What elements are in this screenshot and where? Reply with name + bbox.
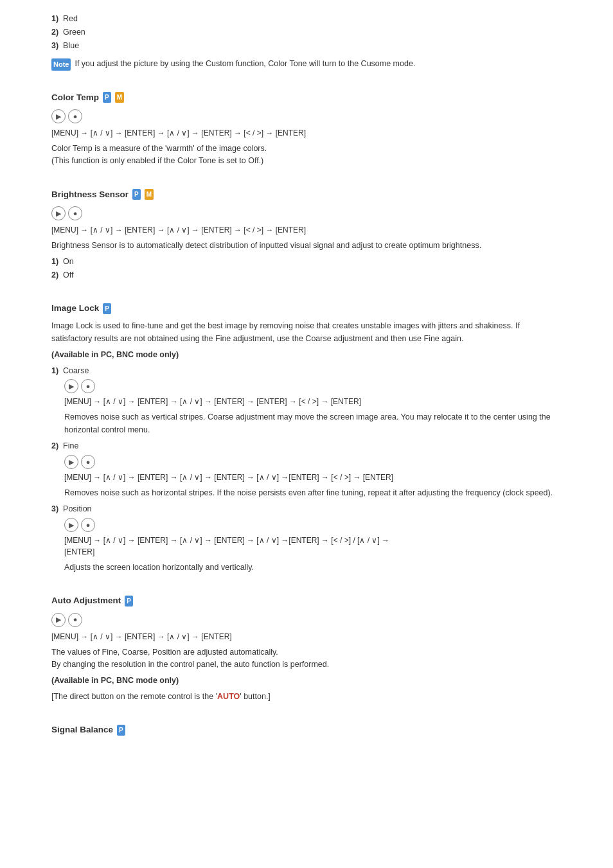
auto-adjustment-icons: ▶ ● <box>51 613 562 627</box>
icon-play-position: ▶ <box>64 518 78 532</box>
position-label: 3) Position <box>51 503 562 515</box>
auto-adjustment-nav: [MENU] → [∧ / ∨] → [ENTER] → [∧ / ∨] → [… <box>51 631 562 642</box>
position-desc: Adjusts the screen location horizontally… <box>64 562 562 574</box>
fine-nav: [MENU] → [∧ / ∨] → [ENTER] → [∧ / ∨] → [… <box>64 472 562 483</box>
image-lock-section: Image Lock P Image Lock is used to fine-… <box>51 302 562 574</box>
list-item-blue: 3) Blue <box>51 40 562 52</box>
coarse-nav: [MENU] → [∧ / ∨] → [ENTER] → [∧ / ∨] → [… <box>64 396 562 407</box>
image-lock-desc: Image Lock is used to fine-tune and get … <box>51 320 562 345</box>
brightness-off: 2) Off <box>51 269 562 281</box>
position-nav: [MENU] → [∧ / ∨] → [ENTER] → [∧ / ∨] → [… <box>64 535 562 558</box>
list-item-red: 1) Red <box>51 13 562 25</box>
image-lock-coarse-block: 1) Coarse ▶ ● [MENU] → [∧ / ∨] → [ENTER]… <box>51 365 562 437</box>
badge-m-brightness: M <box>145 189 154 200</box>
position-icons: ▶ ● <box>64 518 562 532</box>
signal-balance-title: Signal Balance P <box>51 723 562 736</box>
icon-dot-brightness: ● <box>68 206 82 220</box>
color-temp-desc: Color Temp is a measure of the 'warmth' … <box>51 143 562 168</box>
auto-text: AUTO <box>217 692 240 701</box>
image-lock-available: (Available in PC, BNC mode only) <box>51 349 562 361</box>
auto-adjustment-title: Auto Adjustment P <box>51 594 562 607</box>
image-lock-position-block: 3) Position ▶ ● [MENU] → [∧ / ∨] → [ENTE… <box>51 503 562 574</box>
brightness-sensor-desc: Brightness Sensor is to automatically de… <box>51 240 562 252</box>
note-icon: Note <box>51 58 71 71</box>
image-lock-fine-block: 2) Fine ▶ ● [MENU] → [∧ / ∨] → [ENTER] →… <box>51 440 562 499</box>
brightness-sensor-title: Brightness Sensor P M <box>51 188 562 201</box>
brightness-sensor-nav: [MENU] → [∧ / ∨] → [ENTER] → [∧ / ∨] → [… <box>51 224 562 236</box>
fine-desc: Removes noise such as horizontal stripes… <box>64 487 562 499</box>
icon-play-autoadj: ▶ <box>51 613 66 627</box>
brightness-sensor-section: Brightness Sensor P M ▶ ● [MENU] → [∧ / … <box>51 188 562 281</box>
color-temp-nav: [MENU] → [∧ / ∨] → [ENTER] → [∧ / ∨] → [… <box>51 127 562 139</box>
icon-play-brightness: ▶ <box>51 206 66 220</box>
badge-p-brightness: P <box>132 189 141 200</box>
coarse-icons: ▶ ● <box>64 379 562 393</box>
icon-play-fine: ▶ <box>64 455 78 469</box>
image-lock-title: Image Lock P <box>51 302 562 315</box>
fine-icons: ▶ ● <box>64 455 562 469</box>
color-temp-title: Color Temp P M <box>51 91 562 104</box>
coarse-label: 1) Coarse <box>51 365 562 377</box>
coarse-desc: Removes noise such as vertical stripes. … <box>64 411 562 436</box>
badge-p-signalbal: P <box>117 725 125 736</box>
auto-adjustment-desc: The values of Fine, Coarse, Position are… <box>51 646 562 671</box>
color-temp-section: Color Temp P M ▶ ● [MENU] → [∧ / ∨] → [E… <box>51 91 562 168</box>
icon-dot-autoadj: ● <box>68 613 82 627</box>
note-block: Note If you adjust the picture by using … <box>51 58 562 71</box>
badge-p-autoadj: P <box>125 596 133 607</box>
note-text: If you adjust the picture by using the C… <box>75 58 415 70</box>
fine-label: 2) Fine <box>51 440 562 452</box>
pre-color-temp-list: 1) Red 2) Green 3) Blue Note If you adju… <box>51 13 562 71</box>
badge-p-imagelock: P <box>103 303 111 314</box>
icon-dot-fine: ● <box>81 455 95 469</box>
badge-m-colortemp: M <box>115 92 124 103</box>
icon-dot-position: ● <box>81 518 95 532</box>
brightness-on: 1) On <box>51 256 562 268</box>
icon-dot-colortemp: ● <box>68 109 82 123</box>
auto-adjustment-available: (Available in PC, BNC mode only) <box>51 675 562 687</box>
icon-play-colortemp: ▶ <box>51 109 66 123</box>
color-temp-icons: ▶ ● <box>51 109 562 123</box>
direct-btn-note: [The direct button on the remote control… <box>51 691 562 703</box>
list-item-green: 2) Green <box>51 26 562 39</box>
auto-adjustment-section: Auto Adjustment P ▶ ● [MENU] → [∧ / ∨] →… <box>51 594 562 703</box>
brightness-sensor-icons: ▶ ● <box>51 206 562 220</box>
signal-balance-section: Signal Balance P <box>51 723 562 736</box>
badge-p-colortemp: P <box>103 92 111 103</box>
icon-play-coarse: ▶ <box>64 379 78 393</box>
icon-dot-coarse: ● <box>81 379 95 393</box>
